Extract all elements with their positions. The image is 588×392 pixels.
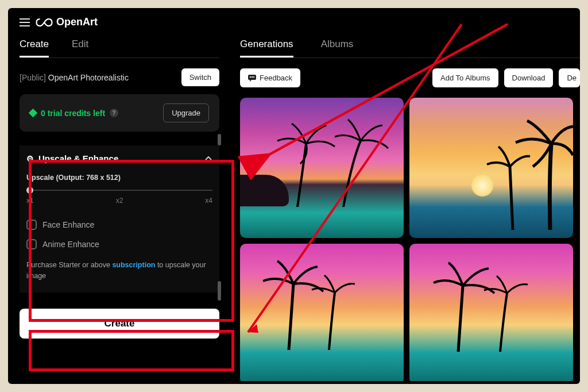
generation-thumb[interactable] [409,244,573,381]
tab-albums[interactable]: Albums [321,33,354,57]
scrollbar-thumb[interactable] [218,134,221,145]
upscale-section: ⚙ Upscale & Enhance Upscale (Output: 768… [20,145,219,293]
upgrade-button[interactable]: Upgrade [163,103,209,122]
help-icon[interactable]: ? [110,109,118,117]
download-button[interactable]: Download [504,68,554,87]
generation-thumb[interactable] [409,98,573,238]
menu-icon[interactable] [20,18,30,26]
model-label: [Public] OpenArt Photorealistic [20,73,129,82]
credits-box: 0 trial credits left ? Upgrade [20,94,219,132]
infinity-icon [36,17,53,28]
chevron-up-icon[interactable] [204,155,212,163]
svg-rect-3 [253,76,254,78]
subscription-link[interactable]: subscription [112,261,155,269]
palm-icon [481,115,573,230]
slider-thumb[interactable] [26,187,33,194]
face-enhance-row[interactable]: Face Enhance [26,215,212,235]
content: Create Edit [Public] OpenArt Photorealis… [8,33,580,381]
palm-icon [254,252,358,350]
tick-x2: x2 [116,197,123,205]
gear-icon: ⚙ [26,154,34,163]
face-enhance-label: Face Enhance [42,220,94,229]
svg-rect-1 [250,76,251,78]
tick-x1: x1 [26,197,34,205]
tab-create[interactable]: Create [20,33,49,57]
topbar: OpenArt [8,8,580,33]
palm-icon [427,254,530,352]
generation-thumb[interactable] [240,98,404,238]
section-header[interactable]: ⚙ Upscale & Enhance [26,153,212,163]
create-button[interactable]: Create [20,309,219,339]
upscale-label: Upscale (Output: 768 x 512) [26,174,212,182]
credits-left: 0 trial credits left ? [30,109,118,118]
checkbox[interactable] [26,220,37,230]
upscale-note: Purchase Starter or above subscription t… [26,260,212,282]
slider-ticks: x1 x2 x4 [26,197,212,205]
brand-logo[interactable]: OpenArt [36,16,98,28]
svg-rect-2 [252,76,253,78]
credits-text: 0 trial credits left [41,109,105,118]
feedback-button[interactable]: Feedback [240,68,300,87]
sidebar: Create Edit [Public] OpenArt Photorealis… [8,33,231,381]
sidebar-tabs: Create Edit [20,33,219,58]
main: Generations Albums Feedback Add To Album… [231,33,580,381]
model-row: [Public] OpenArt Photorealistic Switch [20,58,219,94]
tab-edit[interactable]: Edit [72,33,88,57]
anime-enhance-label: Anime Enhance [42,240,99,249]
model-prefix: [Public] [20,73,48,82]
app-shell: OpenArt Create Edit [Public] OpenArt Pho… [8,8,580,384]
switch-button[interactable]: Switch [181,68,219,86]
tab-generations[interactable]: Generations [240,33,293,57]
generation-thumb[interactable] [240,244,404,381]
checkbox[interactable] [26,239,37,249]
diamond-icon [29,109,38,118]
delete-button[interactable]: De [559,68,580,87]
add-albums-button[interactable]: Add To Albums [432,68,498,87]
anime-enhance-row[interactable]: Anime Enhance [26,235,212,254]
scrollbar-thumb[interactable] [218,281,221,301]
brand-name: OpenArt [56,16,98,28]
main-tabs: Generations Albums [240,33,580,58]
action-row: Feedback Add To Albums Download De [240,58,580,98]
tick-x4: x4 [205,197,212,205]
model-name: OpenArt Photorealistic [48,73,129,82]
gallery [240,98,580,381]
section-title: Upscale & Enhance [38,153,118,163]
chat-icon [248,75,256,82]
palm-icon [274,115,389,207]
upscale-slider[interactable] [26,190,212,191]
